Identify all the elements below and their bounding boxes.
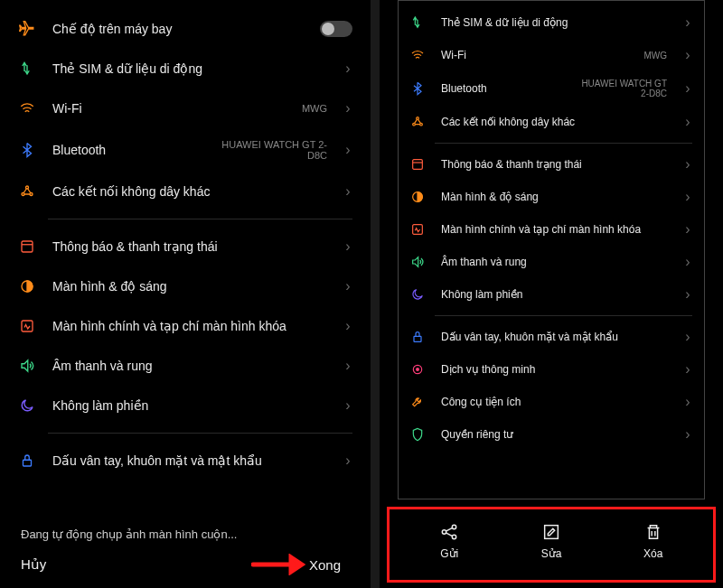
- setting-privacy[interactable]: Quyền riêng tư›: [406, 418, 697, 451]
- edit-label: Sửa: [541, 547, 562, 560]
- svg-rect-11: [413, 160, 423, 170]
- setting-sound[interactable]: Âm thanh và rung›: [14, 346, 357, 386]
- setting-home[interactable]: Màn hình chính và tạp chí màn hình khóa›: [14, 306, 357, 346]
- svg-point-0: [26, 186, 29, 189]
- setting-label: Wi-Fi: [441, 49, 627, 61]
- arrow-icon: [251, 554, 305, 575]
- delete-button[interactable]: Xóa: [643, 522, 663, 560]
- brightness-icon: [410, 190, 425, 204]
- bluetooth-icon: [410, 81, 425, 96]
- chevron-right-icon: ›: [343, 358, 352, 374]
- wireless-icon: [410, 115, 425, 129]
- chevron-right-icon: ›: [343, 278, 352, 294]
- setting-sim[interactable]: Thẻ SIM & dữ liệu di động›: [406, 6, 697, 39]
- settings-list-right: Thẻ SIM & dữ liệu di động›Wi-FiMWG›Bluet…: [406, 6, 697, 451]
- setting-bluetooth[interactable]: BluetoothHUAWEI WATCH GT 2-D8C›: [406, 71, 697, 106]
- smart-icon: [410, 362, 425, 377]
- setting-dnd[interactable]: Không làm phiền›: [14, 386, 357, 425]
- setting-label: Thông báo & thanh trạng thái: [52, 239, 327, 254]
- bluetooth-icon: [18, 141, 36, 159]
- divider: [48, 219, 352, 219]
- settings-list-left: Chế độ trên máy bayThẻ SIM & dữ liệu di …: [14, 9, 357, 515]
- setting-wifi[interactable]: Wi-FiMWG›: [406, 39, 697, 71]
- sim-icon: [18, 60, 36, 78]
- lock-icon: [410, 330, 425, 344]
- setting-label: Công cụ tiện ích: [441, 396, 667, 408]
- privacy-icon: [410, 427, 425, 442]
- setting-label: Thông báo & thanh trạng thái: [441, 158, 667, 171]
- action-bar: Gửi Sửa Xóa: [387, 507, 716, 583]
- chevron-right-icon: ›: [343, 142, 352, 158]
- setting-label: Màn hình chính và tạp chí màn hình khóa: [52, 319, 327, 333]
- setting-value: HUAWEI WATCH GT 2-D8C: [577, 79, 667, 98]
- setting-bluetooth[interactable]: BluetoothHUAWEI WATCH GT 2-D8C›: [14, 128, 357, 172]
- setting-airplane[interactable]: Chế độ trên máy bay: [14, 9, 357, 49]
- setting-label: Dấu vân tay, khuôn mặt và mật khẩu: [52, 453, 327, 468]
- setting-label: Wi-Fi: [52, 101, 286, 116]
- setting-notify[interactable]: Thông báo & thanh trạng thái›: [406, 148, 697, 181]
- edit-button[interactable]: Sửa: [541, 522, 562, 560]
- setting-label: Thẻ SIM & dữ liệu di động: [441, 16, 667, 29]
- send-label: Gửi: [440, 547, 458, 560]
- setting-label: Thẻ SIM & dữ liệu di động: [52, 61, 327, 76]
- setting-label: Các kết nối không dây khác: [441, 116, 667, 128]
- setting-sim[interactable]: Thẻ SIM & dữ liệu di động›: [14, 49, 357, 89]
- tool-icon: [410, 395, 425, 409]
- chevron-right-icon: ›: [683, 361, 692, 378]
- edit-icon: [541, 522, 561, 542]
- chevron-right-icon: ›: [683, 114, 692, 130]
- cancel-button[interactable]: Hủy: [21, 556, 46, 573]
- setting-dnd[interactable]: Không làm phiền›: [406, 278, 697, 311]
- svg-point-10: [420, 123, 423, 126]
- svg-rect-7: [23, 460, 32, 466]
- setting-smart[interactable]: Dịch vụ thông minh›: [406, 353, 697, 386]
- setting-sound[interactable]: Âm thanh và rung›: [406, 246, 697, 278]
- chevron-right-icon: ›: [683, 14, 692, 31]
- wifi-icon: [410, 48, 425, 62]
- svg-rect-15: [414, 336, 421, 341]
- wireless-icon: [18, 182, 36, 201]
- setting-notify[interactable]: Thông báo & thanh trạng thái›: [14, 227, 357, 266]
- setting-brightness[interactable]: Màn hình & độ sáng›: [14, 266, 357, 306]
- done-button[interactable]: Xong: [309, 557, 341, 573]
- chevron-right-icon: ›: [683, 394, 692, 410]
- setting-value: MWG: [643, 51, 667, 61]
- svg-point-17: [417, 369, 419, 371]
- home-icon: [18, 317, 36, 335]
- send-button[interactable]: Gửi: [439, 522, 459, 560]
- chevron-right-icon: ›: [683, 156, 692, 173]
- notify-icon: [18, 238, 36, 256]
- setting-label: Chế độ trên máy bay: [52, 22, 304, 36]
- scroll-status: Đang tự động chụp ảnh màn hình cuộn...: [14, 515, 357, 545]
- divider: [435, 143, 692, 144]
- setting-wireless[interactable]: Các kết nối không dây khác›: [14, 172, 357, 211]
- setting-label: Bluetooth: [52, 143, 202, 157]
- lock-icon: [18, 452, 36, 470]
- scroll-preview: Thẻ SIM & dữ liệu di động›Wi-FiMWG›Bluet…: [398, 0, 705, 499]
- sound-icon: [410, 255, 425, 269]
- chevron-right-icon: ›: [683, 80, 692, 97]
- setting-value: MWG: [302, 103, 327, 114]
- setting-lock[interactable]: Dấu vân tay, khuôn mặt và mật khẩu›: [406, 321, 697, 353]
- setting-brightness[interactable]: Màn hình & độ sáng›: [406, 181, 697, 213]
- chevron-right-icon: ›: [343, 318, 352, 334]
- setting-home[interactable]: Màn hình chính và tạp chí màn hình khóa›: [406, 213, 697, 246]
- svg-point-1: [22, 193, 24, 196]
- trash-icon: [643, 522, 663, 542]
- chevron-right-icon: ›: [683, 47, 692, 63]
- chevron-right-icon: ›: [683, 189, 692, 205]
- svg-point-8: [417, 117, 419, 120]
- setting-lock[interactable]: Dấu vân tay, khuôn mặt và mật khẩu›: [14, 441, 357, 481]
- setting-label: Dấu vân tay, khuôn mặt và mật khẩu: [441, 331, 667, 343]
- setting-value: HUAWEI WATCH GT 2-D8C: [219, 139, 327, 161]
- setting-wifi[interactable]: Wi-FiMWG›: [14, 89, 357, 128]
- chevron-right-icon: ›: [343, 61, 352, 77]
- setting-wireless[interactable]: Các kết nối không dây khác›: [406, 106, 697, 138]
- dnd-icon: [18, 397, 36, 415]
- setting-label: Bluetooth: [441, 82, 560, 95]
- bottom-bar: Hủy Xong: [14, 545, 357, 588]
- setting-tool[interactable]: Công cụ tiện ích›: [406, 386, 697, 418]
- setting-label: Không làm phiền: [441, 288, 667, 301]
- chevron-right-icon: ›: [683, 221, 692, 238]
- toggle[interactable]: [320, 21, 352, 37]
